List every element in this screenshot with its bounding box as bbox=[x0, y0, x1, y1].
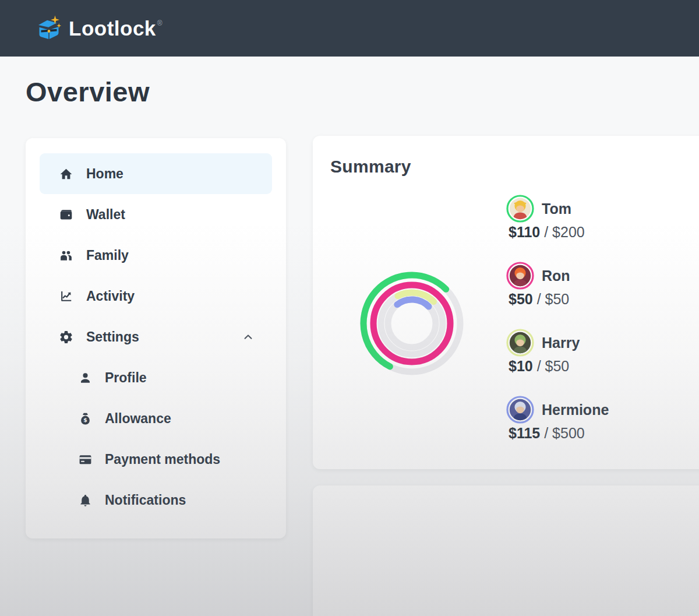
profile-icon bbox=[77, 370, 93, 385]
amount-spent: $115 bbox=[509, 425, 540, 441]
payment-icon bbox=[77, 452, 93, 467]
sidebar-item-notifications[interactable]: Notifications bbox=[40, 480, 272, 520]
person-name: Hermione bbox=[542, 402, 609, 418]
person-amounts: $50 / $50 bbox=[509, 291, 698, 308]
people-list: Tom$110 / $200Ron$50 / $50Harry$10 / $50… bbox=[506, 195, 698, 463]
avatar bbox=[506, 262, 534, 290]
activity-icon bbox=[58, 288, 73, 304]
sidebar-item-profile[interactable]: Profile bbox=[40, 357, 272, 398]
allowance-icon: $ bbox=[77, 411, 93, 426]
sidebar-item-home[interactable]: Home bbox=[40, 153, 272, 194]
person-name: Tom bbox=[542, 200, 571, 217]
amount-limit: $50 bbox=[545, 291, 570, 307]
lootlock-chest-icon bbox=[35, 15, 63, 43]
amount-limit: $50 bbox=[545, 358, 570, 374]
amount-separator: / bbox=[540, 224, 552, 240]
person-name: Harry bbox=[542, 335, 580, 351]
avatar bbox=[506, 329, 534, 357]
wallet-icon bbox=[58, 207, 73, 222]
summary-title: Summary bbox=[330, 157, 411, 177]
person-row-ron: Ron$50 / $50 bbox=[506, 262, 698, 329]
registered-mark: ® bbox=[157, 19, 163, 27]
sidebar-item-label: Home bbox=[86, 166, 123, 182]
sidebar-item-list: HomeWalletFamilyActivitySettingsProfile$… bbox=[40, 153, 272, 520]
person-row-hermione: Hermione$115 / $500 bbox=[506, 396, 698, 463]
person-name: Ron bbox=[542, 267, 570, 284]
family-icon bbox=[58, 248, 73, 263]
sidebar-item-activity[interactable]: Activity bbox=[40, 276, 272, 316]
sidebar-item-label: Allowance bbox=[105, 411, 171, 427]
page-title: Overview bbox=[26, 76, 150, 108]
sidebar-item-label: Family bbox=[86, 248, 129, 263]
sidebar-item-allowance[interactable]: $Allowance bbox=[40, 398, 272, 439]
svg-text:$: $ bbox=[83, 417, 87, 423]
secondary-card bbox=[313, 485, 699, 616]
ring-progress-hermione bbox=[397, 300, 429, 307]
spending-rings-chart bbox=[354, 265, 470, 382]
amount-spent: $10 bbox=[509, 358, 533, 374]
sidebar-item-label: Settings bbox=[86, 329, 139, 345]
person-header: Harry bbox=[506, 329, 698, 357]
sidebar-item-label: Activity bbox=[86, 288, 135, 304]
amount-separator: / bbox=[533, 358, 545, 374]
person-row-harry: Harry$10 / $50 bbox=[506, 329, 698, 396]
avatar bbox=[506, 396, 534, 424]
person-amounts: $10 / $50 bbox=[509, 358, 698, 375]
sidebar-item-label: Payment methods bbox=[105, 452, 220, 467]
sidebar-item-payment-methods[interactable]: Payment methods bbox=[40, 439, 272, 480]
app-header: Lootlock ® bbox=[0, 0, 699, 57]
person-amounts: $115 / $500 bbox=[509, 425, 698, 442]
amount-spent: $110 bbox=[509, 224, 540, 240]
summary-card: Summary Tom$110 / $200Ron$50 / $50Harry$… bbox=[313, 136, 699, 469]
brand-name: Lootlock bbox=[69, 17, 156, 40]
sidebar-item-label: Notifications bbox=[105, 492, 186, 508]
sidebar-item-label: Profile bbox=[105, 370, 147, 386]
avatar bbox=[506, 195, 534, 223]
person-row-tom: Tom$110 / $200 bbox=[506, 195, 698, 262]
amount-limit: $500 bbox=[552, 425, 585, 441]
amount-spent: $50 bbox=[509, 291, 533, 307]
page-root: Lootlock ® Overview HomeWalletFamilyActi… bbox=[0, 0, 699, 616]
sidebar-item-settings[interactable]: Settings bbox=[40, 316, 272, 357]
sidebar-item-wallet[interactable]: Wallet bbox=[40, 194, 272, 235]
person-header: Hermione bbox=[506, 396, 698, 424]
amount-separator: / bbox=[540, 425, 552, 441]
person-amounts: $110 / $200 bbox=[509, 224, 698, 241]
amount-limit: $200 bbox=[552, 224, 585, 240]
chevron-up-icon[interactable] bbox=[241, 329, 256, 344]
person-header: Ron bbox=[506, 262, 698, 290]
settings-icon bbox=[58, 329, 73, 344]
brand-logo[interactable]: Lootlock ® bbox=[35, 15, 163, 43]
amount-separator: / bbox=[533, 291, 545, 307]
person-header: Tom bbox=[506, 195, 698, 223]
sidebar-nav: HomeWalletFamilyActivitySettingsProfile$… bbox=[26, 138, 286, 538]
home-icon bbox=[58, 166, 73, 181]
bell-icon bbox=[77, 492, 93, 508]
sidebar-item-family[interactable]: Family bbox=[40, 235, 272, 276]
sidebar-item-label: Wallet bbox=[86, 207, 125, 223]
